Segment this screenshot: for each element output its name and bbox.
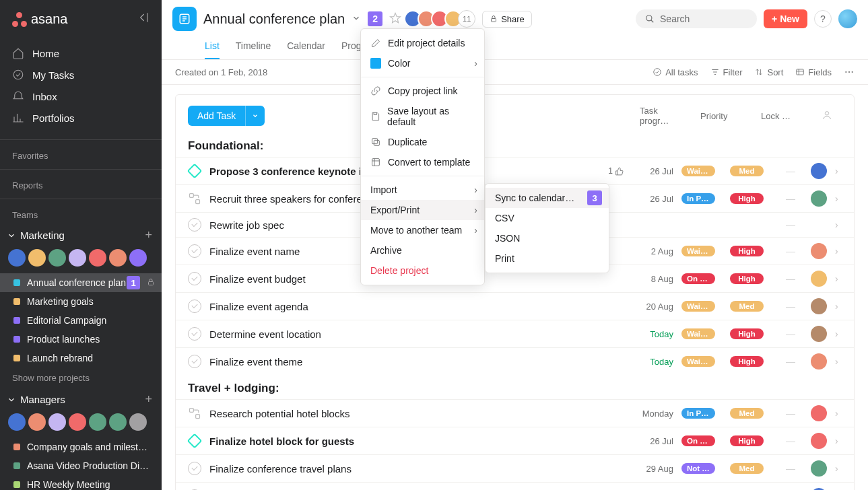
task-assignee-avatar[interactable] — [811, 298, 827, 314]
task-assignee-avatar[interactable] — [811, 433, 827, 449]
task-row[interactable]: Finalize event themeTodayWaiti…High—› — [176, 347, 854, 375]
sidebar-project-item[interactable]: Marketing goals — [0, 292, 162, 311]
task-lock-cell[interactable]: — — [778, 219, 803, 230]
nav-home[interactable]: Home — [0, 42, 162, 64]
favorite-star-icon[interactable] — [389, 12, 401, 26]
submenu-json[interactable]: JSON — [486, 228, 609, 248]
chevron-right-icon[interactable]: › — [835, 246, 844, 256]
task-due-date[interactable]: 8 Aug — [634, 274, 673, 284]
section-header[interactable]: Foundational: — [176, 133, 854, 157]
chevron-right-icon[interactable]: › — [835, 408, 844, 419]
task-priority-pill[interactable]: Med — [730, 408, 764, 419]
chevron-right-icon[interactable]: › — [835, 328, 844, 339]
sidebar-project-item[interactable]: Launch rebrand — [0, 349, 162, 368]
task-lock-cell[interactable]: — — [778, 193, 803, 204]
menu-duplicate[interactable]: Duplicate — [361, 132, 484, 152]
task-progress-pill[interactable]: On H… — [681, 435, 715, 446]
favorites-section-label[interactable]: Favorites — [0, 144, 162, 165]
task-due-date[interactable]: 29 Aug — [634, 464, 673, 474]
task-progress-pill[interactable]: In Pro… — [681, 193, 715, 204]
col-header-assignee-icon[interactable] — [822, 110, 835, 123]
chevron-right-icon[interactable]: › — [835, 193, 844, 204]
task-likes[interactable]: 1 — [608, 166, 624, 176]
team-member-avatar[interactable] — [109, 413, 127, 431]
submenu-csv[interactable]: CSV — [486, 208, 609, 228]
team-member-avatar[interactable] — [69, 413, 86, 431]
task-priority-pill[interactable]: High — [730, 356, 764, 367]
project-title[interactable]: Annual conference plan — [203, 11, 345, 27]
search-input[interactable]: Search — [636, 9, 757, 28]
collapse-sidebar-icon[interactable] — [136, 11, 149, 28]
task-lock-cell[interactable]: — — [778, 246, 803, 256]
task-priority-pill[interactable]: High — [730, 273, 764, 284]
task-priority-pill[interactable]: Med — [730, 463, 764, 474]
task-complete-icon[interactable] — [188, 462, 201, 475]
task-due-date[interactable]: Today — [634, 329, 673, 339]
task-progress-pill[interactable]: Waiti… — [681, 328, 715, 339]
task-priority-pill[interactable]: High — [730, 328, 764, 339]
team-member-avatar[interactable] — [8, 413, 26, 431]
nav-my-tasks[interactable]: My Tasks — [0, 64, 162, 85]
task-lock-cell[interactable]: — — [778, 273, 803, 284]
team-member-avatar[interactable] — [129, 249, 147, 267]
menu-copy-link[interactable]: Copy project link — [361, 81, 484, 101]
menu-export-print[interactable]: Export/Print› — [361, 200, 484, 220]
task-progress-pill[interactable]: Waiti… — [681, 246, 715, 256]
team-member-avatar[interactable] — [8, 249, 26, 267]
menu-edit-project[interactable]: Edit project details — [361, 33, 484, 53]
task-due-date[interactable]: Monday — [634, 409, 673, 419]
task-priority-pill[interactable]: Med — [730, 166, 764, 176]
task-row[interactable]: Propose 3 conference keynote id…126 JulW… — [176, 157, 854, 184]
menu-convert-template[interactable]: Convert to template — [361, 152, 484, 172]
sidebar-project-item[interactable]: Product launches — [0, 330, 162, 349]
task-complete-icon[interactable] — [188, 327, 201, 341]
team-member-avatar[interactable] — [69, 249, 86, 267]
sort-button[interactable]: Sort — [754, 67, 783, 77]
chevron-right-icon[interactable]: › — [835, 356, 844, 367]
current-user-avatar[interactable] — [838, 9, 857, 28]
task-row[interactable]: Finalize hotel block for guests26 JulOn … — [176, 427, 854, 454]
task-due-date[interactable]: 26 Jul — [634, 166, 673, 176]
chevron-right-icon[interactable]: › — [835, 219, 844, 230]
task-lock-cell[interactable]: — — [778, 463, 803, 474]
menu-archive[interactable]: Archive — [361, 240, 484, 260]
team-member-avatar[interactable] — [89, 249, 106, 267]
team-member-avatar[interactable] — [89, 413, 106, 431]
task-assignee-avatar[interactable] — [811, 190, 827, 207]
nav-inbox[interactable]: Inbox — [0, 85, 162, 107]
team-member-avatar[interactable] — [129, 413, 147, 431]
sidebar-project-item[interactable]: HR Weekly Meeting — [0, 475, 162, 490]
task-lock-cell[interactable]: — — [778, 166, 803, 176]
task-lock-cell[interactable]: — — [778, 356, 803, 367]
task-due-date[interactable]: 26 Jul — [634, 436, 673, 446]
task-due-date[interactable]: Today — [634, 357, 673, 367]
team-member-avatar[interactable] — [48, 413, 66, 431]
task-complete-icon[interactable] — [188, 272, 201, 285]
menu-import[interactable]: Import› — [361, 180, 484, 200]
team-member-avatar[interactable] — [48, 249, 66, 267]
task-assignee-avatar[interactable] — [811, 460, 827, 477]
menu-save-layout[interactable]: Save layout as default — [361, 101, 484, 132]
project-menu-caret-icon[interactable] — [352, 13, 361, 25]
task-progress-pill[interactable]: Not S… — [681, 463, 715, 474]
sidebar-project-item[interactable]: Editorial Campaign — [0, 311, 162, 330]
add-to-team-icon[interactable]: + — [145, 228, 152, 242]
task-complete-icon[interactable] — [188, 355, 201, 368]
chevron-right-icon[interactable]: › — [835, 435, 844, 446]
more-actions-button[interactable] — [844, 67, 855, 77]
task-complete-icon[interactable] — [188, 218, 201, 232]
menu-color[interactable]: Color› — [361, 53, 484, 73]
task-progress-pill[interactable]: In Pro… — [681, 408, 715, 419]
task-row[interactable]: Book team travel29 AugNot S…Med—› — [176, 482, 854, 490]
task-lock-cell[interactable]: — — [778, 301, 803, 312]
task-assignee-avatar[interactable] — [811, 353, 827, 370]
col-header-lock[interactable]: Lock … — [761, 111, 801, 121]
task-progress-pill[interactable]: Waiti… — [681, 301, 715, 312]
help-button[interactable]: ? — [814, 10, 832, 28]
tab-timeline[interactable]: Timeline — [236, 36, 271, 59]
member-overflow-count[interactable]: 11 — [458, 10, 475, 28]
task-due-date[interactable]: 20 Aug — [634, 302, 673, 312]
task-assignee-avatar[interactable] — [811, 271, 827, 287]
col-header-progress[interactable]: Task progr… — [640, 106, 680, 126]
sidebar-project-item[interactable]: Company goals and milest… — [0, 438, 162, 456]
